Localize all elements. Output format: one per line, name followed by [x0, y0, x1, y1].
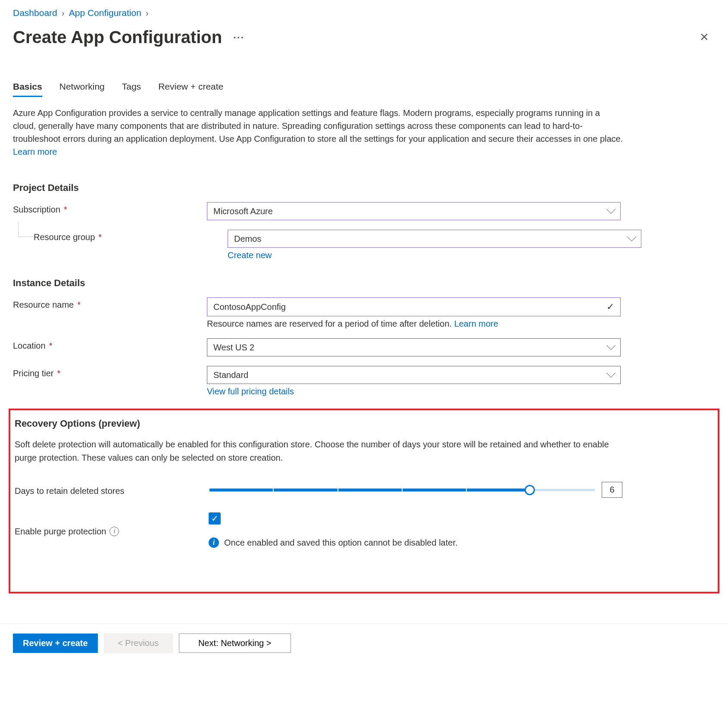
section-project-details: Project Details: [13, 182, 715, 194]
tabs: Basics Networking Tags Review + create: [13, 81, 715, 96]
intro-text: Azure App Configuration provides a servi…: [13, 106, 625, 158]
check-icon: ✓: [606, 301, 614, 312]
footer-buttons: Review + create < Previous Next: Network…: [0, 624, 728, 662]
resource-name-input[interactable]: ContosoAppConfig ✓: [207, 297, 621, 316]
tab-basics[interactable]: Basics: [13, 81, 42, 96]
more-options-icon[interactable]: ···: [233, 31, 244, 44]
info-icon: i: [209, 537, 219, 548]
next-button[interactable]: Next: Networking >: [179, 634, 291, 653]
tab-review-create[interactable]: Review + create: [158, 81, 223, 96]
section-instance-details: Instance Details: [13, 278, 715, 289]
chevron-down-icon: [608, 342, 614, 353]
recovery-description: Soft delete protection will automaticall…: [15, 438, 627, 465]
section-recovery-options: Recovery Options (preview): [15, 418, 713, 429]
pricing-tier-label: Pricing tier *: [13, 366, 207, 378]
previous-button: < Previous: [104, 634, 173, 653]
slider-thumb[interactable]: [525, 485, 535, 495]
page-title: Create App Configuration ···: [13, 28, 244, 47]
resource-name-helper: Resource names are reserved for a period…: [207, 319, 621, 329]
pricing-tier-dropdown[interactable]: Standard: [207, 366, 621, 384]
purge-info-text: Once enabled and saved this option canno…: [224, 538, 458, 548]
info-icon[interactable]: i: [109, 527, 119, 536]
chevron-right-icon: ›: [146, 8, 149, 18]
learn-more-link[interactable]: Learn more: [454, 319, 498, 328]
days-retain-value[interactable]: 6: [602, 482, 622, 498]
learn-more-link[interactable]: Learn more: [13, 147, 57, 156]
purge-protection-checkbox[interactable]: ✓: [209, 512, 221, 524]
resource-group-label: Resource group *: [34, 230, 228, 242]
recovery-options-section: Recovery Options (preview) Soft delete p…: [9, 409, 719, 593]
chevron-down-icon: [628, 234, 635, 244]
tab-networking[interactable]: Networking: [59, 81, 105, 96]
resource-name-label: Resource name *: [13, 297, 207, 310]
breadcrumb-app-configuration[interactable]: App Configuration: [69, 8, 141, 18]
breadcrumb: Dashboard › App Configuration ›: [13, 8, 715, 18]
create-new-link[interactable]: Create new: [228, 250, 272, 260]
days-retain-slider[interactable]: [209, 488, 596, 492]
breadcrumb-dashboard[interactable]: Dashboard: [13, 8, 57, 18]
review-create-button[interactable]: Review + create: [13, 634, 98, 653]
close-icon[interactable]: ✕: [694, 28, 715, 47]
chevron-down-icon: [608, 370, 614, 380]
purge-protection-label: Enable purge protection i: [15, 524, 209, 537]
subscription-dropdown[interactable]: Microsoft Azure: [207, 202, 621, 220]
chevron-right-icon: ›: [62, 8, 65, 18]
location-dropdown[interactable]: West US 2: [207, 338, 621, 356]
subscription-label: Subscription *: [13, 202, 207, 215]
tab-tags[interactable]: Tags: [122, 81, 141, 96]
days-retain-label: Days to retain deleted stores: [15, 484, 209, 496]
pricing-details-link[interactable]: View full pricing details: [207, 387, 294, 396]
location-label: Location *: [13, 338, 207, 351]
chevron-down-icon: [608, 206, 614, 216]
resource-group-dropdown[interactable]: Demos: [228, 230, 641, 248]
